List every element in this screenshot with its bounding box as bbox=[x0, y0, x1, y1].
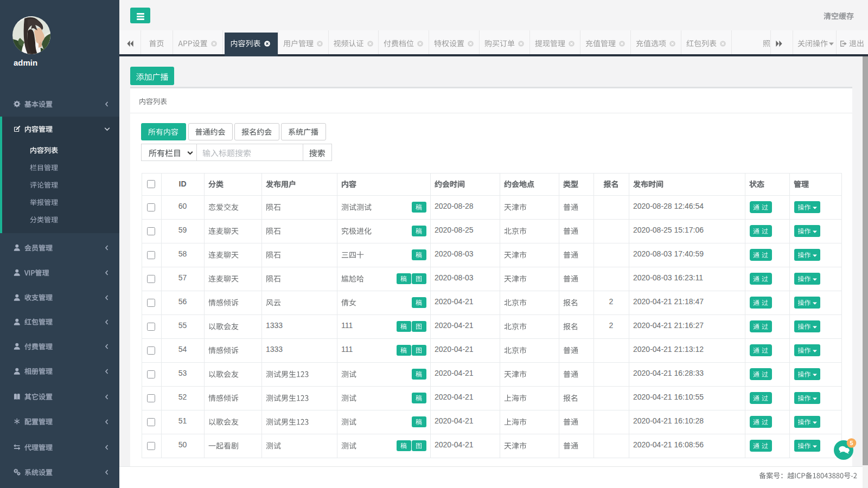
svg-text:5: 5 bbox=[850, 440, 853, 446]
